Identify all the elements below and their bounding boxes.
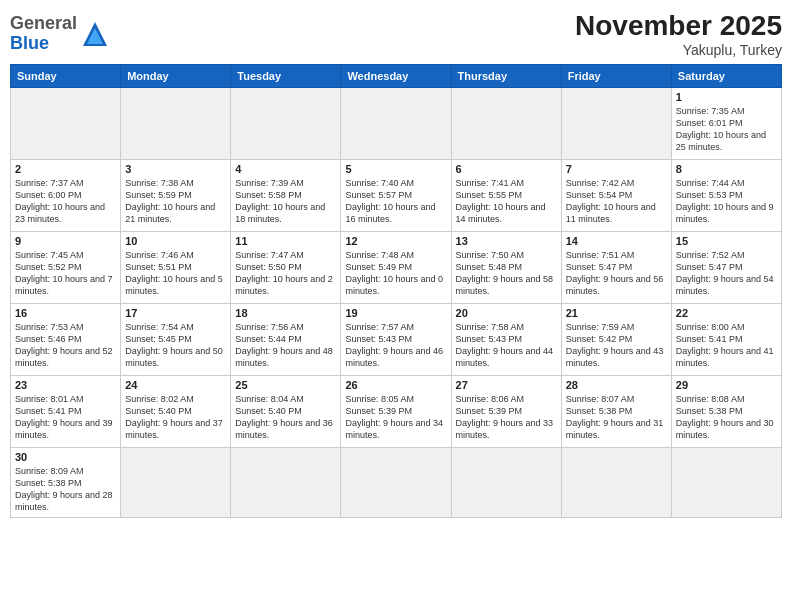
calendar-cell: 9Sunrise: 7:45 AM Sunset: 5:52 PM Daylig… <box>11 232 121 304</box>
cell-content: Sunrise: 8:09 AM Sunset: 5:38 PM Dayligh… <box>15 465 116 514</box>
cell-content: Sunrise: 7:58 AM Sunset: 5:43 PM Dayligh… <box>456 321 557 370</box>
cell-content: Sunrise: 7:47 AM Sunset: 5:50 PM Dayligh… <box>235 249 336 298</box>
day-number: 20 <box>456 307 557 319</box>
cell-content: Sunrise: 8:07 AM Sunset: 5:38 PM Dayligh… <box>566 393 667 442</box>
calendar-cell <box>341 88 451 160</box>
calendar-cell <box>451 88 561 160</box>
cell-content: Sunrise: 7:53 AM Sunset: 5:46 PM Dayligh… <box>15 321 116 370</box>
cell-content: Sunrise: 7:40 AM Sunset: 5:57 PM Dayligh… <box>345 177 446 226</box>
day-number: 6 <box>456 163 557 175</box>
location: Yakuplu, Turkey <box>575 42 782 58</box>
calendar-cell: 25Sunrise: 8:04 AM Sunset: 5:40 PM Dayli… <box>231 376 341 448</box>
day-number: 29 <box>676 379 777 391</box>
week-row-1: 1Sunrise: 7:35 AM Sunset: 6:01 PM Daylig… <box>11 88 782 160</box>
calendar-cell: 17Sunrise: 7:54 AM Sunset: 5:45 PM Dayli… <box>121 304 231 376</box>
logo: General Blue <box>10 14 109 54</box>
weekday-header-friday: Friday <box>561 65 671 88</box>
cell-content: Sunrise: 7:48 AM Sunset: 5:49 PM Dayligh… <box>345 249 446 298</box>
cell-content: Sunrise: 7:35 AM Sunset: 6:01 PM Dayligh… <box>676 105 777 154</box>
calendar-cell: 13Sunrise: 7:50 AM Sunset: 5:48 PM Dayli… <box>451 232 561 304</box>
calendar-cell: 28Sunrise: 8:07 AM Sunset: 5:38 PM Dayli… <box>561 376 671 448</box>
calendar-cell: 23Sunrise: 8:01 AM Sunset: 5:41 PM Dayli… <box>11 376 121 448</box>
calendar-cell <box>231 448 341 518</box>
logo-blue: Blue <box>10 33 49 53</box>
cell-content: Sunrise: 8:08 AM Sunset: 5:38 PM Dayligh… <box>676 393 777 442</box>
calendar-cell <box>561 88 671 160</box>
calendar-cell: 7Sunrise: 7:42 AM Sunset: 5:54 PM Daylig… <box>561 160 671 232</box>
calendar-cell <box>231 88 341 160</box>
weekday-header-row: SundayMondayTuesdayWednesdayThursdayFrid… <box>11 65 782 88</box>
day-number: 19 <box>345 307 446 319</box>
calendar-cell: 20Sunrise: 7:58 AM Sunset: 5:43 PM Dayli… <box>451 304 561 376</box>
day-number: 1 <box>676 91 777 103</box>
title-area: November 2025 Yakuplu, Turkey <box>575 10 782 58</box>
day-number: 17 <box>125 307 226 319</box>
day-number: 15 <box>676 235 777 247</box>
calendar-cell: 19Sunrise: 7:57 AM Sunset: 5:43 PM Dayli… <box>341 304 451 376</box>
cell-content: Sunrise: 7:59 AM Sunset: 5:42 PM Dayligh… <box>566 321 667 370</box>
cell-content: Sunrise: 7:41 AM Sunset: 5:55 PM Dayligh… <box>456 177 557 226</box>
day-number: 21 <box>566 307 667 319</box>
weekday-header-saturday: Saturday <box>671 65 781 88</box>
calendar-cell: 30Sunrise: 8:09 AM Sunset: 5:38 PM Dayli… <box>11 448 121 518</box>
cell-content: Sunrise: 7:42 AM Sunset: 5:54 PM Dayligh… <box>566 177 667 226</box>
day-number: 28 <box>566 379 667 391</box>
cell-content: Sunrise: 8:00 AM Sunset: 5:41 PM Dayligh… <box>676 321 777 370</box>
calendar-cell <box>561 448 671 518</box>
day-number: 26 <box>345 379 446 391</box>
cell-content: Sunrise: 8:01 AM Sunset: 5:41 PM Dayligh… <box>15 393 116 442</box>
day-number: 4 <box>235 163 336 175</box>
calendar-cell: 2Sunrise: 7:37 AM Sunset: 6:00 PM Daylig… <box>11 160 121 232</box>
cell-content: Sunrise: 7:46 AM Sunset: 5:51 PM Dayligh… <box>125 249 226 298</box>
day-number: 23 <box>15 379 116 391</box>
day-number: 3 <box>125 163 226 175</box>
calendar-cell: 29Sunrise: 8:08 AM Sunset: 5:38 PM Dayli… <box>671 376 781 448</box>
cell-content: Sunrise: 8:02 AM Sunset: 5:40 PM Dayligh… <box>125 393 226 442</box>
page: General Blue November 2025 Yakuplu, Turk… <box>0 0 792 612</box>
day-number: 9 <box>15 235 116 247</box>
day-number: 22 <box>676 307 777 319</box>
calendar-cell: 10Sunrise: 7:46 AM Sunset: 5:51 PM Dayli… <box>121 232 231 304</box>
day-number: 16 <box>15 307 116 319</box>
calendar-cell: 22Sunrise: 8:00 AM Sunset: 5:41 PM Dayli… <box>671 304 781 376</box>
month-title: November 2025 <box>575 10 782 42</box>
cell-content: Sunrise: 7:52 AM Sunset: 5:47 PM Dayligh… <box>676 249 777 298</box>
cell-content: Sunrise: 7:54 AM Sunset: 5:45 PM Dayligh… <box>125 321 226 370</box>
day-number: 14 <box>566 235 667 247</box>
week-row-5: 23Sunrise: 8:01 AM Sunset: 5:41 PM Dayli… <box>11 376 782 448</box>
cell-content: Sunrise: 7:56 AM Sunset: 5:44 PM Dayligh… <box>235 321 336 370</box>
calendar-cell: 27Sunrise: 8:06 AM Sunset: 5:39 PM Dayli… <box>451 376 561 448</box>
day-number: 13 <box>456 235 557 247</box>
cell-content: Sunrise: 7:45 AM Sunset: 5:52 PM Dayligh… <box>15 249 116 298</box>
day-number: 18 <box>235 307 336 319</box>
calendar-cell: 26Sunrise: 8:05 AM Sunset: 5:39 PM Dayli… <box>341 376 451 448</box>
logo-general: General <box>10 13 77 33</box>
logo-text: General Blue <box>10 14 77 54</box>
calendar-cell <box>121 448 231 518</box>
week-row-3: 9Sunrise: 7:45 AM Sunset: 5:52 PM Daylig… <box>11 232 782 304</box>
day-number: 7 <box>566 163 667 175</box>
calendar-cell <box>451 448 561 518</box>
calendar-cell: 3Sunrise: 7:38 AM Sunset: 5:59 PM Daylig… <box>121 160 231 232</box>
day-number: 25 <box>235 379 336 391</box>
calendar-cell <box>11 88 121 160</box>
weekday-header-thursday: Thursday <box>451 65 561 88</box>
day-number: 5 <box>345 163 446 175</box>
cell-content: Sunrise: 7:39 AM Sunset: 5:58 PM Dayligh… <box>235 177 336 226</box>
calendar-cell: 15Sunrise: 7:52 AM Sunset: 5:47 PM Dayli… <box>671 232 781 304</box>
weekday-header-sunday: Sunday <box>11 65 121 88</box>
calendar-cell: 5Sunrise: 7:40 AM Sunset: 5:57 PM Daylig… <box>341 160 451 232</box>
cell-content: Sunrise: 7:50 AM Sunset: 5:48 PM Dayligh… <box>456 249 557 298</box>
cell-content: Sunrise: 8:05 AM Sunset: 5:39 PM Dayligh… <box>345 393 446 442</box>
cell-content: Sunrise: 8:04 AM Sunset: 5:40 PM Dayligh… <box>235 393 336 442</box>
weekday-header-monday: Monday <box>121 65 231 88</box>
cell-content: Sunrise: 7:44 AM Sunset: 5:53 PM Dayligh… <box>676 177 777 226</box>
calendar-cell: 16Sunrise: 7:53 AM Sunset: 5:46 PM Dayli… <box>11 304 121 376</box>
day-number: 11 <box>235 235 336 247</box>
week-row-6: 30Sunrise: 8:09 AM Sunset: 5:38 PM Dayli… <box>11 448 782 518</box>
calendar-cell <box>341 448 451 518</box>
calendar-cell: 6Sunrise: 7:41 AM Sunset: 5:55 PM Daylig… <box>451 160 561 232</box>
day-number: 12 <box>345 235 446 247</box>
calendar-cell: 8Sunrise: 7:44 AM Sunset: 5:53 PM Daylig… <box>671 160 781 232</box>
cell-content: Sunrise: 7:51 AM Sunset: 5:47 PM Dayligh… <box>566 249 667 298</box>
